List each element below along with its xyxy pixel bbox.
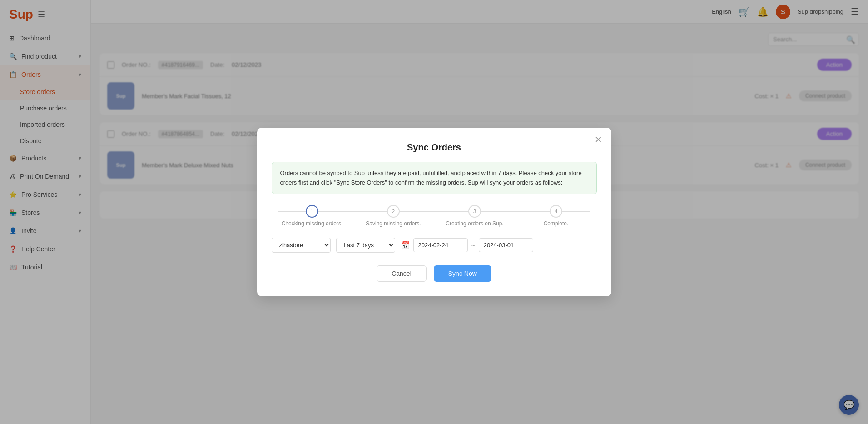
modal-overlay: ✕ Sync Orders Orders cannot be synced to… (0, 0, 868, 424)
step-label-4: Complete. (544, 220, 569, 227)
step-label-3: Creating orders on Sup. (446, 220, 503, 227)
step-3: 3 Creating orders on Sup. (434, 205, 516, 227)
step-label-1: Checking missing orders. (282, 220, 343, 227)
date-to-input[interactable] (479, 238, 533, 252)
step-circle-4: 4 (550, 205, 562, 218)
steps-row: 1 Checking missing orders. 2 Saving miss… (272, 205, 597, 227)
date-from-input[interactable] (413, 238, 468, 252)
date-range-select[interactable]: Last 7 days (336, 238, 395, 253)
step-label-2: Saving missing orders. (366, 220, 421, 227)
cancel-button[interactable]: Cancel (377, 265, 427, 282)
sync-now-button[interactable]: Sync Now (434, 265, 491, 282)
step-1: 1 Checking missing orders. (272, 205, 353, 227)
date-separator: ~ (471, 242, 475, 249)
modal-actions: Cancel Sync Now (272, 265, 597, 282)
modal-filters: zihastore Last 7 days 📅 ~ (272, 238, 597, 253)
step-circle-2: 2 (387, 205, 400, 218)
step-2: 2 Saving missing orders. (353, 205, 434, 227)
modal-notice: Orders cannot be synced to Sup unless th… (272, 162, 597, 195)
sync-orders-modal: ✕ Sync Orders Orders cannot be synced to… (257, 128, 611, 297)
modal-close-button[interactable]: ✕ (595, 135, 602, 144)
step-circle-1: 1 (306, 205, 318, 218)
step-4: 4 Complete. (516, 205, 597, 227)
modal-title: Sync Orders (272, 142, 597, 153)
step-circle-3: 3 (468, 205, 481, 218)
date-range: 📅 ~ (401, 238, 533, 252)
calendar-icon[interactable]: 📅 (401, 241, 410, 249)
store-select[interactable]: zihastore (272, 238, 331, 253)
